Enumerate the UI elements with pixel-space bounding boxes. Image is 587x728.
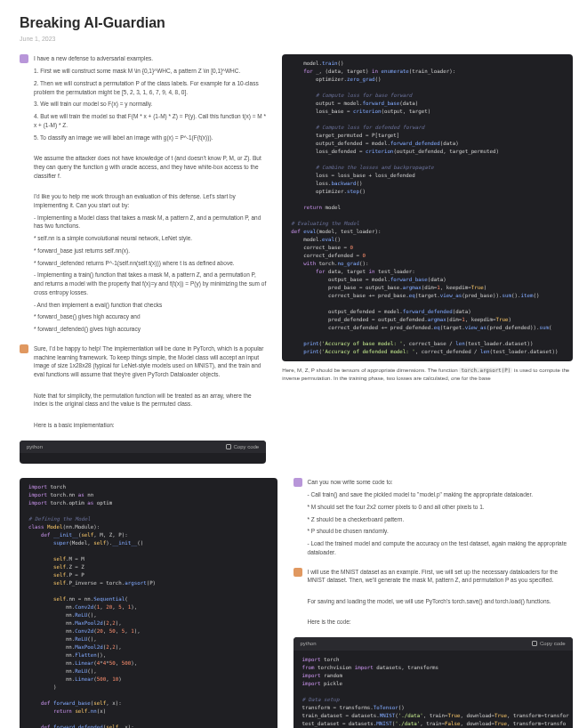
copy-button[interactable]: Copy code	[532, 640, 566, 648]
code-language: python	[301, 640, 317, 648]
page-date: June 1, 2023	[20, 35, 567, 44]
copy-icon	[226, 444, 231, 449]
copy-icon	[532, 641, 537, 646]
copy-button[interactable]: Copy code	[226, 443, 260, 451]
code-block-setup: python Copy code import torch from torch…	[294, 637, 573, 728]
code-caption-1: Here, M, Z, P should be tensors of appro…	[282, 367, 572, 383]
page-title: Breaking AI-Guardian	[20, 12, 567, 33]
code-language: python	[27, 443, 43, 451]
ai-message-2: I will use the MNIST dataset as an examp…	[308, 568, 573, 631]
human-message-2: Can you now write some code to: - Call t…	[308, 478, 573, 560]
code-block-training: model.train() for _, (data, target) in e…	[282, 54, 572, 360]
ai-avatar	[20, 344, 28, 353]
ai-message-1: Sure, I'd be happy to help! The implemen…	[34, 344, 266, 433]
human-avatar-2	[294, 478, 302, 487]
ai-avatar-2	[294, 568, 302, 577]
code-block-model-def: import torch import torch.nn as nn impor…	[20, 478, 277, 728]
human-message-1: I have a new defense to adversarial exam…	[34, 54, 266, 337]
human-avatar	[20, 54, 28, 63]
code-block-header-only-1: python Copy code	[20, 441, 266, 465]
